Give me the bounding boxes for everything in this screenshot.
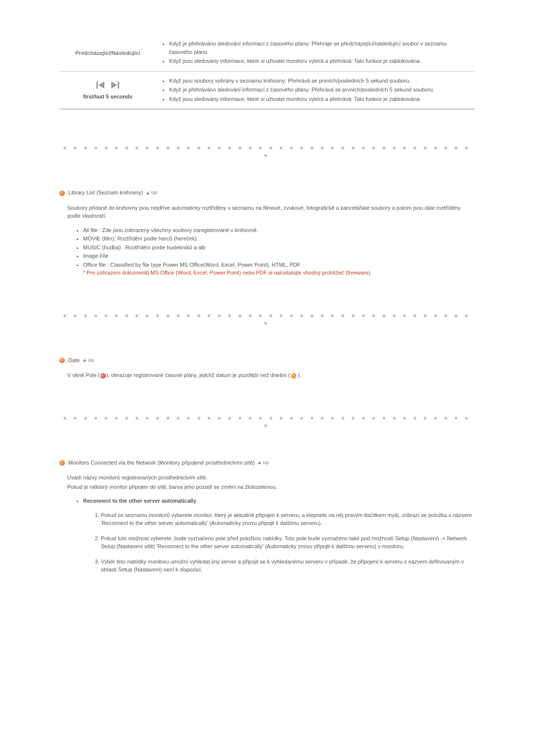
date-body: V okně Pole (), obrazuje registrované ča… xyxy=(67,371,475,379)
separator: ■ ■ ■ ■ ■ ■ ■ ■ ■ ■ ■ ■ ■ ■ ■ ■ ■ ■ ■ ■ … xyxy=(59,312,475,327)
library-heading: Library List (Seznam knihovny) Up xyxy=(59,189,475,197)
date-post: ). xyxy=(297,372,302,378)
up-link[interactable]: Up xyxy=(146,190,157,195)
date-title: Date xyxy=(68,357,80,363)
up-text: Up xyxy=(151,190,157,195)
date-heading: Date Up xyxy=(59,356,475,365)
svg-rect-0 xyxy=(96,82,98,89)
library-title: Library List (Seznam knihovny) xyxy=(68,189,143,195)
step-1: Pokud ze seznamu monitorů vyberete monit… xyxy=(101,511,475,527)
step-2: Pokud tuto možnost vyberete, bude vyznač… xyxy=(101,534,475,551)
bullet-icon xyxy=(59,190,65,196)
row-prev-next-desc: Když je přehráváno sledování informací z… xyxy=(156,35,475,71)
up-arrow-icon xyxy=(258,461,262,464)
library-intro: Soubory přidané do knihovny jsou nejdřív… xyxy=(67,204,475,220)
bullet-icon xyxy=(59,358,65,363)
row1-item1: Když je přehráváno sledování informací z… xyxy=(169,40,471,56)
row2-item1: Když jsou soubory vybrány v seznamu knih… xyxy=(169,77,471,85)
office-warning: * Pro zobrazení dokumentů MS Office (Wor… xyxy=(83,270,372,276)
playback-table: Predcházející/Následující Když je přehrá… xyxy=(59,35,475,109)
monitors-title: Monitors Connected via the Network (Moni… xyxy=(68,460,255,466)
up-text: Up xyxy=(263,460,269,465)
date-mid: ), obrazuje registrované časové plány, j… xyxy=(106,372,290,378)
row-firstlast-text: first/last 5 seconds xyxy=(63,93,152,101)
up-link[interactable]: Up xyxy=(83,358,94,363)
svg-marker-2 xyxy=(111,82,117,89)
row2-item2: Když je přehráváno sledování informací z… xyxy=(169,86,471,94)
orange-dot-icon xyxy=(291,373,296,378)
reconnect-steps: Pokud ze seznamu monitorů vyberete monit… xyxy=(67,511,475,574)
li-office: Office file : Classified by file type Po… xyxy=(83,261,475,277)
date-pre: V okně Pole ( xyxy=(67,372,100,378)
row1-item2: Když jsou sledovány informace, které si … xyxy=(169,57,471,65)
row-firstlast-desc: Když jsou soubory vybrány v seznamu knih… xyxy=(156,72,475,109)
row2-item3: Když jsou sledovány informace, které si … xyxy=(169,95,471,103)
reconnect-heading: Reconnect to the other server automatica… xyxy=(83,497,475,505)
li-allfile: All file : Zde jsou zobrazeny všechny so… xyxy=(83,226,475,235)
svg-marker-1 xyxy=(98,82,104,89)
li-movie: MOVIE (film): Roztřídění podle herců (he… xyxy=(83,235,475,243)
row-prev-next-label: Predcházející/Následující xyxy=(59,35,156,71)
li-music: MUSIC (hudba) : Roztřídění podle hudební… xyxy=(83,243,475,252)
skip-icon xyxy=(95,80,120,91)
step-3: Výběr této nabídky monitoru umožní vyhle… xyxy=(101,558,475,574)
separator: ■ ■ ■ ■ ■ ■ ■ ■ ■ ■ ■ ■ ■ ■ ■ ■ ■ ■ ■ ■ … xyxy=(59,144,475,159)
up-arrow-icon xyxy=(83,359,87,362)
library-list: All file : Zde jsou zobrazeny všechny so… xyxy=(67,226,475,277)
up-link[interactable]: Up xyxy=(258,460,269,465)
svg-rect-3 xyxy=(118,82,119,89)
up-arrow-icon xyxy=(146,191,150,194)
monitors-heading: Monitors Connected via the Network (Moni… xyxy=(59,459,475,467)
monitors-p1: Uvádí názvy monitorů registrovaných pros… xyxy=(67,473,475,482)
red-dot-icon xyxy=(100,373,106,378)
monitors-p2: Pokud je některý monitor připojen do sít… xyxy=(67,483,475,491)
li-image: Image File xyxy=(83,252,475,260)
row-firstlast-label: first/last 5 seconds xyxy=(59,72,156,109)
separator: ■ ■ ■ ■ ■ ■ ■ ■ ■ ■ ■ ■ ■ ■ ■ ■ ■ ■ ■ ■ … xyxy=(59,414,475,429)
li-office-text: Office file : Classified by file type Po… xyxy=(83,262,301,268)
bullet-icon xyxy=(59,460,65,466)
up-text: Up xyxy=(88,358,94,363)
